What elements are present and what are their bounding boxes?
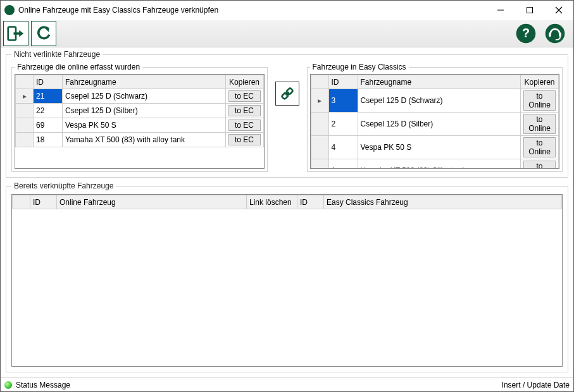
cell-vehicle-name[interactable]: Csepel 125 D (Schwarz) (358, 89, 521, 113)
refresh-button[interactable] (31, 21, 56, 46)
col-hdr-name[interactable]: Fahrzeugname (358, 75, 521, 89)
col-hdr-online-vehicle[interactable]: Online Fahrzeug (57, 195, 247, 209)
minimize-button[interactable] (486, 1, 515, 20)
link-icon-container (273, 63, 302, 106)
row-header[interactable] (16, 104, 34, 118)
ec-vehicles-legend: Fahrzeuge in Easy Classics (310, 63, 409, 71)
cell-copy: to EC (225, 133, 263, 147)
ec-vehicles-group: Fahrzeuge in Easy Classics ID Fahrzeugna… (307, 63, 563, 172)
table-row[interactable]: 18Yamaha XT 500 (83) with alloy tankto E… (16, 133, 264, 147)
online-copy-button[interactable]: to EC (228, 90, 261, 102)
cell-vehicle-name[interactable]: Csepel 125 D (Schwarz) (63, 89, 226, 104)
ec-vehicles-grid[interactable]: ID Fahrzeugname Kopieren ▸3Csepel 125 D … (310, 74, 560, 169)
row-header-col (16, 75, 34, 89)
svg-point-7 (546, 24, 565, 44)
row-header[interactable] (311, 159, 328, 169)
svg-rect-8 (549, 32, 551, 37)
cell-id[interactable]: 2 (328, 113, 358, 136)
svg-text:?: ? (522, 26, 530, 40)
cell-copy: to Online (521, 136, 559, 159)
status-indicator-icon (4, 381, 12, 389)
cell-vehicle-name[interactable]: Vespa PK 50 S (358, 136, 521, 159)
cell-id[interactable]: 21 (34, 89, 63, 104)
cell-vehicle-name[interactable]: Vespa PK 50 S (63, 118, 226, 133)
table-row[interactable]: 1Yamaha XT 500 (83) Silbertankto Online (311, 159, 559, 169)
window-title: Online Fahrzeuge mit Easy Classics Fahrz… (18, 6, 486, 15)
row-header[interactable] (16, 118, 34, 133)
cell-copy: to EC (225, 104, 263, 118)
row-header-col (311, 75, 328, 89)
cell-id[interactable]: 1 (328, 159, 358, 169)
row-header[interactable] (16, 133, 34, 147)
online-copy-button[interactable]: to EC (228, 134, 261, 145)
titlebar: Online Fahrzeuge mit Easy Classics Fahrz… (1, 1, 573, 20)
online-vehicles-legend: Fahrzeuge die online erfasst wurden (15, 63, 142, 71)
link-button[interactable] (275, 82, 299, 106)
col-hdr-name[interactable]: Fahrzeugname (63, 75, 226, 89)
cell-id[interactable]: 4 (328, 136, 358, 159)
table-row[interactable]: 69Vespa PK 50 Sto EC (16, 118, 264, 133)
cell-id[interactable]: 3 (328, 89, 358, 113)
status-right-text: Insert / Update Date (502, 381, 570, 389)
export-button[interactable] (3, 21, 28, 46)
row-header[interactable] (311, 113, 328, 136)
svg-rect-9 (559, 32, 561, 37)
col-hdr-id[interactable]: ID (34, 75, 63, 89)
row-header[interactable] (311, 136, 328, 159)
maximize-button[interactable] (515, 1, 544, 20)
row-header[interactable]: ▸ (16, 89, 34, 104)
ec-copy-button[interactable]: to Online (523, 161, 556, 169)
table-row[interactable]: ▸3Csepel 125 D (Schwarz)to Online (311, 89, 559, 113)
col-hdr-copy[interactable]: Kopieren (225, 75, 263, 89)
help-button[interactable]: ? (513, 20, 539, 47)
app-icon (4, 5, 15, 15)
statusbar: Status Message Insert / Update Date (1, 377, 573, 391)
table-row[interactable]: 2Csepel 125 D (Silber)to Online (311, 113, 559, 136)
unlinked-vehicles-group: Nicht verlinkte Fahrzeuge Fahrzeuge die … (6, 50, 568, 178)
cell-id[interactable]: 22 (34, 104, 63, 118)
close-button[interactable] (544, 1, 573, 20)
col-hdr-id2[interactable]: ID (297, 195, 324, 209)
cell-vehicle-name[interactable]: Yamaha XT 500 (83) with alloy tank (63, 133, 226, 147)
col-hdr-id[interactable]: ID (328, 75, 358, 89)
col-hdr-copy[interactable]: Kopieren (521, 75, 559, 89)
cell-vehicle-name[interactable]: Csepel 125 D (Silber) (358, 113, 521, 136)
table-row[interactable]: ▸21Csepel 125 D (Schwarz)to EC (16, 89, 264, 104)
cell-id[interactable]: 18 (34, 133, 63, 147)
cell-id[interactable]: 69 (34, 118, 63, 133)
linked-vehicles-legend: Bereits verknüpfte Fahrzeuge (11, 181, 116, 190)
ec-copy-button[interactable]: to Online (523, 90, 556, 111)
online-copy-button[interactable]: to EC (228, 119, 261, 131)
ec-copy-button[interactable]: to Online (523, 137, 556, 157)
online-copy-button[interactable]: to EC (228, 105, 261, 116)
cell-copy: to Online (521, 89, 559, 113)
unlinked-vehicles-legend: Nicht verlinkte Fahrzeuge (11, 50, 103, 59)
cell-copy: to EC (225, 89, 263, 104)
online-vehicles-group: Fahrzeuge die online erfasst wurden ID F… (11, 63, 268, 172)
svg-rect-1 (527, 8, 533, 13)
cell-vehicle-name[interactable]: Yamaha XT 500 (83) Silbertank (358, 159, 521, 169)
online-vehicles-grid[interactable]: ID Fahrzeugname Kopieren ▸21Csepel 125 D… (15, 74, 265, 169)
linked-vehicles-group: Bereits verknüpfte Fahrzeuge ID Online F… (6, 181, 568, 372)
toolbar: ? (1, 20, 573, 47)
table-row[interactable]: 4Vespa PK 50 Sto Online (311, 136, 559, 159)
ec-copy-button[interactable]: to Online (523, 114, 556, 134)
cell-vehicle-name[interactable]: Csepel 125 D (Silber) (63, 104, 226, 118)
content-area: Nicht verlinkte Fahrzeuge Fahrzeuge die … (1, 47, 573, 377)
row-header[interactable]: ▸ (311, 89, 328, 113)
table-row[interactable]: 22Csepel 125 D (Silber)to EC (16, 104, 264, 118)
linked-vehicles-grid[interactable]: ID Online Fahrzeug Link löschen ID Easy … (11, 194, 563, 367)
support-button[interactable] (542, 20, 568, 47)
cell-copy: to Online (521, 159, 559, 169)
cell-copy: to EC (225, 118, 263, 133)
cell-copy: to Online (521, 113, 559, 136)
col-hdr-id[interactable]: ID (30, 195, 57, 209)
window-controls (486, 1, 573, 20)
col-hdr-delete-link[interactable]: Link löschen (247, 195, 297, 209)
col-hdr-ec-vehicle[interactable]: Easy Classics Fahrzeug (324, 195, 562, 209)
row-header-col (13, 195, 30, 209)
status-text: Status Message (16, 381, 70, 389)
